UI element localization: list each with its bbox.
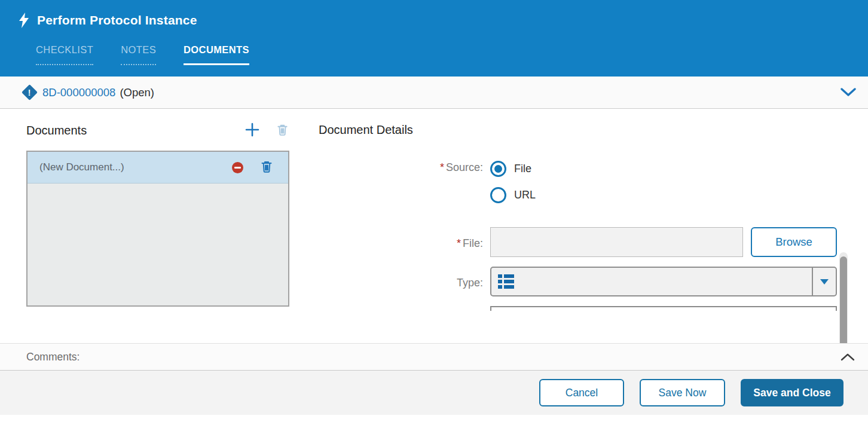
next-field-partially-visible xyxy=(490,306,837,311)
collapse-record-chevron-down-icon[interactable] xyxy=(841,88,856,97)
save-and-close-button[interactable]: Save and Close xyxy=(741,379,843,406)
alert-exclamation: ! xyxy=(28,88,31,96)
tab-checklist[interactable]: CHECKLIST xyxy=(36,44,93,65)
radio-url-label: URL xyxy=(514,189,536,201)
document-list-item-selected[interactable]: (New Document...) xyxy=(27,152,288,184)
document-item-label: (New Document...) xyxy=(39,161,232,173)
source-radio-url[interactable]: URL xyxy=(490,187,536,203)
radio-file-label: File xyxy=(514,163,531,175)
add-document-button[interactable] xyxy=(244,122,260,139)
comments-bar[interactable]: Comments: xyxy=(0,343,868,371)
comments-label: Comments: xyxy=(26,351,80,363)
delete-documents-button[interactable] xyxy=(276,123,289,139)
radio-selected-icon[interactable] xyxy=(490,161,506,177)
page-title: Perform Protocol Instance xyxy=(37,13,197,27)
remove-document-icon[interactable] xyxy=(232,162,243,173)
dropdown-arrow-button[interactable] xyxy=(813,268,836,295)
source-radio-file[interactable]: File xyxy=(490,161,531,177)
save-now-button[interactable]: Save Now xyxy=(640,379,725,406)
document-details-title: Document Details xyxy=(319,123,413,137)
title-row: Perform Protocol Instance xyxy=(18,13,197,28)
documents-panel-title: Documents xyxy=(26,124,87,137)
main-content: Documents (New Document...) xyxy=(0,109,868,343)
bottom-strip xyxy=(0,415,868,422)
tab-notes[interactable]: NOTES xyxy=(121,44,156,65)
comments-chevron-up-icon[interactable] xyxy=(841,353,855,361)
perform-protocol-instance-window: Perform Protocol Instance CHECKLIST NOTE… xyxy=(0,0,868,422)
trash-icon[interactable] xyxy=(259,159,274,176)
alert-diamond-icon: ! xyxy=(22,84,38,100)
trash-icon-disabled xyxy=(276,123,289,139)
browse-button[interactable]: Browse xyxy=(751,227,837,257)
header: Perform Protocol Instance CHECKLIST NOTE… xyxy=(0,0,868,77)
record-bar: ! 8D-000000008 (Open) xyxy=(0,77,868,109)
type-field-label: Type: xyxy=(319,277,483,289)
lightning-bolt-icon xyxy=(18,13,30,28)
plus-icon xyxy=(244,122,260,139)
documents-list: (New Document...) xyxy=(26,151,289,307)
tab-bar: CHECKLIST NOTES DOCUMENTS xyxy=(36,44,249,65)
record-status: (Open) xyxy=(120,86,154,99)
document-details-panel: Document Details *Source: File URL *File… xyxy=(319,109,845,343)
caret-down-icon xyxy=(820,279,829,285)
source-field-label: *Source: xyxy=(319,161,483,174)
tab-documents[interactable]: DOCUMENTS xyxy=(184,44,249,65)
cancel-button[interactable]: Cancel xyxy=(539,379,624,406)
radio-unselected-icon[interactable] xyxy=(490,187,506,203)
required-asterisk: * xyxy=(457,237,461,249)
list-type-icon xyxy=(498,274,514,289)
file-input[interactable] xyxy=(490,227,743,257)
documents-panel-header: Documents xyxy=(26,120,289,141)
file-field-label: *File: xyxy=(319,237,483,250)
record-id-link[interactable]: 8D-000000008 xyxy=(42,86,115,99)
documents-panel: Documents (New Document...) xyxy=(26,120,289,307)
footer-action-bar: Cancel Save Now Save and Close xyxy=(0,371,868,415)
type-dropdown[interactable] xyxy=(490,267,837,296)
required-asterisk: * xyxy=(440,161,444,173)
